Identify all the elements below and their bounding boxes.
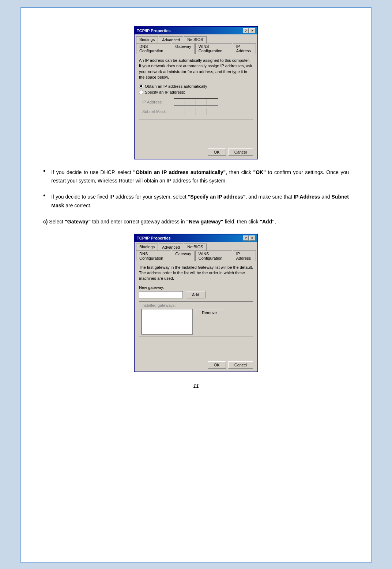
new-gateway-label: New gateway: bbox=[139, 285, 253, 290]
subnet-mask-label: Subnet Mask: bbox=[142, 109, 172, 114]
dialog1-content: An IP address can be automatically assig… bbox=[135, 54, 257, 124]
tab-wins-config[interactable]: WINS Configuration bbox=[195, 43, 232, 54]
dialog1-tab-row2: DNS Configuration Gateway WINS Configura… bbox=[135, 43, 257, 54]
dialog2-title: TCP/IP Properties bbox=[137, 236, 171, 240]
radio-specify-circle[interactable] bbox=[139, 90, 143, 94]
bullet-dot-1: • bbox=[43, 167, 45, 175]
dialog1-titlebar: TCP/IP Properties ? × bbox=[135, 27, 257, 34]
dialog2-cancel-button[interactable]: Cancel bbox=[228, 361, 253, 369]
tab-dns-config[interactable]: DNS Configuration bbox=[136, 43, 171, 54]
d2-tab-wins-config[interactable]: WINS Configuration bbox=[195, 250, 232, 261]
add-gateway-button[interactable]: Add bbox=[186, 291, 206, 298]
dialog1-title: TCP/IP Properties bbox=[137, 29, 171, 33]
d2-tab-advanced[interactable]: Advanced bbox=[159, 244, 183, 250]
dialog1-help-button[interactable]: ? bbox=[243, 28, 249, 33]
subnet-seg2[interactable] bbox=[185, 108, 196, 115]
dialog1-tab-row1: Bindings Advanced NetBIOS bbox=[135, 34, 257, 43]
remove-gateway-button[interactable]: Remove bbox=[196, 309, 223, 316]
bullet-dot-2: • bbox=[43, 192, 45, 200]
tcpip-dialog-1: TCP/IP Properties ? × Bindings Advanced … bbox=[134, 26, 258, 159]
dialog2-titlebar-buttons: ? × bbox=[243, 235, 255, 241]
radio-specify-outer[interactable]: Specify an IP address: bbox=[139, 90, 253, 94]
specify-section: IP Address: Subnet Mask: bbox=[139, 96, 253, 120]
d2-tab-dns-config[interactable]: DNS Configuration bbox=[136, 250, 171, 261]
bold-ok: "OK" bbox=[253, 169, 266, 175]
ip-address-input[interactable] bbox=[174, 98, 218, 106]
tab-ip-address[interactable]: IP Address bbox=[233, 43, 256, 54]
ip-seg2[interactable] bbox=[185, 99, 196, 105]
gateway-ip-dots2: · bbox=[147, 293, 148, 297]
bullet-section: • If you decide to use DHCP, select "Obt… bbox=[43, 168, 349, 210]
subnet-seg1[interactable] bbox=[174, 108, 185, 115]
bold-obtain: "Obtain an IP address automatically" bbox=[133, 169, 226, 175]
bullet-item-1: • If you decide to use DHCP, select "Obt… bbox=[43, 168, 349, 186]
bullet-text-1: If you decide to use DHCP, select "Obtai… bbox=[51, 168, 349, 186]
dialog1-cancel-button[interactable]: Cancel bbox=[228, 148, 253, 156]
dialog1-wrapper: TCP/IP Properties ? × Bindings Advanced … bbox=[43, 26, 349, 159]
dialog1-titlebar-buttons: ? × bbox=[243, 28, 255, 33]
page-number: 11 bbox=[43, 383, 349, 389]
dialog1-ok-button[interactable]: OK bbox=[208, 148, 226, 156]
ip-address-row: IP Address: bbox=[142, 98, 250, 106]
tab-advanced[interactable]: Advanced bbox=[159, 36, 183, 43]
subnet-mask-input[interactable] bbox=[174, 108, 218, 115]
page-container: TCP/IP Properties ? × Bindings Advanced … bbox=[20, 7, 372, 563]
subnet-seg3[interactable] bbox=[196, 108, 207, 115]
dialog2-wrapper: TCP/IP Properties ? × Bindings Advanced … bbox=[43, 234, 349, 372]
installed-gateways-label: Installed gateways: bbox=[142, 303, 250, 308]
dialog1-description: An IP address can be automatically assig… bbox=[139, 58, 253, 80]
ip-seg1[interactable] bbox=[174, 99, 185, 105]
new-gateway-section: New gateway: · · · Add bbox=[139, 285, 253, 298]
dialog1-close-button[interactable]: × bbox=[249, 28, 255, 33]
d2-tab-bindings[interactable]: Bindings bbox=[136, 244, 158, 250]
installed-gateways-buttons: Remove bbox=[196, 309, 223, 335]
bullet-text-2: If you decide to use fixed IP address fo… bbox=[51, 193, 349, 210]
d2-tab-netbios[interactable]: NetBIOS bbox=[184, 244, 206, 250]
dialog2-tab-row1: Bindings Advanced NetBIOS bbox=[135, 242, 257, 250]
c-add-btn: "Add" bbox=[260, 219, 275, 225]
dialog1-footer: OK Cancel bbox=[135, 146, 257, 159]
c-section: c) Select "Gateway" tab and enter correc… bbox=[43, 218, 349, 226]
dialog2-content: The first gateway in the Installed Gatew… bbox=[135, 261, 257, 340]
ip-seg4[interactable] bbox=[207, 99, 218, 105]
radio-group: Obtain an IP address automatically Speci… bbox=[139, 84, 253, 94]
tab-bindings[interactable]: Bindings bbox=[136, 36, 158, 43]
dialog2-description: The first gateway in the Installed Gatew… bbox=[139, 265, 253, 282]
dialog2-ok-button[interactable]: OK bbox=[208, 361, 226, 369]
subnet-seg4[interactable] bbox=[207, 108, 218, 115]
ip-seg3[interactable] bbox=[196, 99, 207, 105]
bullet-item-2: • If you decide to use fixed IP address … bbox=[43, 193, 349, 210]
radio-auto-option[interactable]: Obtain an IP address automatically bbox=[139, 84, 253, 88]
d2-tab-gateway[interactable]: Gateway bbox=[172, 250, 194, 261]
dialog2-titlebar: TCP/IP Properties ? × bbox=[135, 234, 257, 242]
dialog2-tab-row2: DNS Configuration Gateway WINS Configura… bbox=[135, 250, 257, 261]
dialog2-footer: OK Cancel bbox=[135, 358, 257, 372]
bold-ipaddress: IP Address bbox=[294, 194, 320, 200]
subnet-mask-row: Subnet Mask: bbox=[142, 108, 250, 115]
radio-auto-circle[interactable] bbox=[139, 84, 143, 88]
radio-specify-label: Specify an IP address: bbox=[145, 90, 185, 94]
installed-gateways-content: Remove bbox=[142, 309, 250, 335]
c-gateway-tab: "Gateway" bbox=[65, 219, 91, 225]
d2-tab-ip-address[interactable]: IP Address bbox=[233, 250, 256, 261]
gateway-ip-input[interactable]: · · · bbox=[139, 291, 183, 298]
tcpip-dialog-2: TCP/IP Properties ? × Bindings Advanced … bbox=[134, 234, 258, 372]
dialog2-close-button[interactable]: × bbox=[249, 235, 255, 241]
c-label: c) bbox=[43, 219, 48, 225]
installed-gateways-listbox[interactable] bbox=[142, 309, 193, 335]
bold-specify: "Specify an IP address" bbox=[188, 194, 246, 200]
ip-address-label: IP Address: bbox=[142, 100, 172, 104]
gateway-input-row: · · · Add bbox=[139, 291, 253, 298]
dialog2-help-button[interactable]: ? bbox=[243, 235, 249, 241]
tab-netbios[interactable]: NetBIOS bbox=[184, 36, 206, 43]
c-new-gateway: "New gateway" bbox=[186, 219, 223, 225]
installed-gateways-section: Installed gateways: Remove bbox=[139, 301, 253, 336]
gateway-ip-dots: · bbox=[141, 293, 142, 297]
tab-gateway[interactable]: Gateway bbox=[172, 43, 194, 54]
radio-auto-label: Obtain an IP address automatically bbox=[145, 84, 207, 88]
